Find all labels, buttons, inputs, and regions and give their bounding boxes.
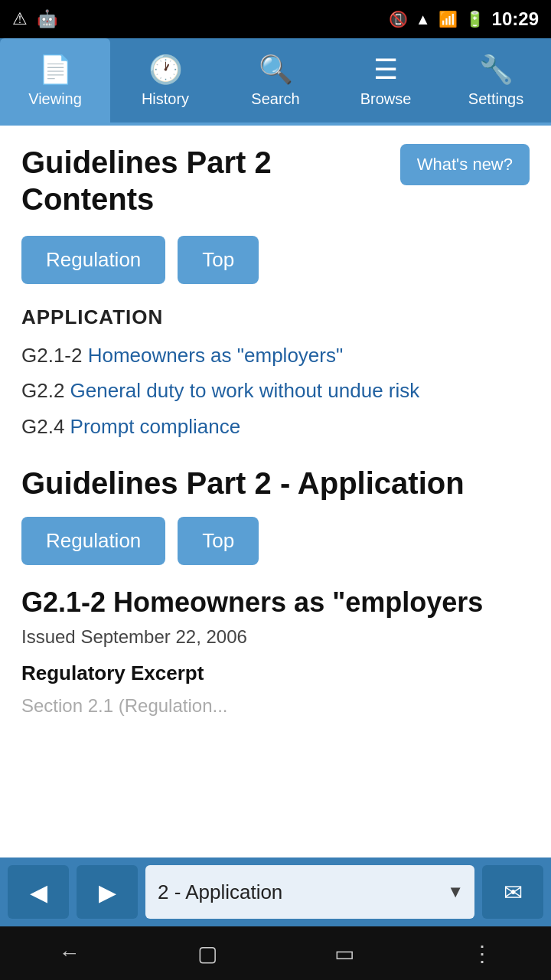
nav-viewing-label: Viewing <box>28 90 82 108</box>
article-title: G2.1-2 Homeowners as "employers <box>21 586 530 619</box>
phone-icon: 📵 <box>389 10 408 28</box>
nav-history[interactable]: 🕐 History <box>110 38 220 122</box>
overlay-text: Section 2.1 (Regulation... <box>21 693 530 719</box>
nav-viewing[interactable]: 📄 Viewing <box>0 38 110 122</box>
nav-bar: 📄 Viewing 🕐 History 🔍 Search ☰ Browse 🔧 … <box>0 38 551 122</box>
settings-icon: 🔧 <box>479 54 514 86</box>
toc-link-2[interactable]: General duty to work without undue risk <box>70 379 420 402</box>
android-home-button[interactable]: ▢ <box>197 941 217 966</box>
reg-excerpt-label: Regulatory Excerpt <box>21 662 530 685</box>
android-home-icon: ▢ <box>197 942 217 965</box>
page-title-text: Guidelines Part 2 Contents <box>21 144 388 217</box>
android-nav-bar: ← ▢ ▭ ⋮ <box>0 926 551 980</box>
history-icon: 🕐 <box>148 54 183 86</box>
toc-ref-1: G2.1-2 <box>21 344 88 367</box>
status-icons-left: ⚠ 🤖 <box>12 9 57 29</box>
nav-settings-label: Settings <box>468 90 523 108</box>
search-icon: 🔍 <box>259 54 293 86</box>
next-button[interactable]: ▶ <box>77 865 138 919</box>
second-btn-row: Regulation Top <box>21 517 530 565</box>
signal-icon: 📶 <box>439 10 458 28</box>
prev-button[interactable]: ◀ <box>8 865 69 919</box>
nav-history-label: History <box>142 90 189 108</box>
android-back-icon: ← <box>59 941 80 965</box>
status-bar: ⚠ 🤖 📵 ▲ 📶 🔋 10:29 <box>0 0 551 38</box>
wifi-icon: ▲ <box>416 11 431 28</box>
nav-settings[interactable]: 🔧 Settings <box>441 38 551 122</box>
nav-browse-label: Browse <box>360 90 412 108</box>
regulation-button-2[interactable]: Regulation <box>21 517 165 565</box>
toc-item-1: G2.1-2 Homeowners as "employers" <box>21 341 530 369</box>
status-icons-right: 📵 ▲ 📶 🔋 10:29 <box>389 8 539 30</box>
first-btn-row: Regulation Top <box>21 236 530 284</box>
prev-icon: ◀ <box>30 879 47 906</box>
issued-date: Issued September 22, 2006 <box>21 626 530 648</box>
battery-icon: 🔋 <box>465 10 484 28</box>
section-select-wrapper: 2 - Application 1 - Introduction 3 - Gen… <box>145 865 474 919</box>
android-menu-button[interactable]: ⋮ <box>471 941 493 966</box>
top-button-1[interactable]: Top <box>178 236 259 284</box>
browse-icon: ☰ <box>373 54 398 86</box>
android-icon: 🤖 <box>37 9 57 29</box>
android-back-button[interactable]: ← <box>59 941 80 965</box>
toc-ref-2: G2.2 <box>21 379 70 402</box>
toc-link-1[interactable]: Homeowners as "employers" <box>88 344 343 367</box>
next-icon: ▶ <box>99 879 116 906</box>
second-section-title: Guidelines Part 2 - Application <box>21 465 530 501</box>
top-button-2[interactable]: Top <box>178 517 259 565</box>
android-recent-button[interactable]: ▭ <box>334 941 354 966</box>
bottom-toolbar: ◀ ▶ 2 - Application 1 - Introduction 3 -… <box>0 858 551 926</box>
nav-browse[interactable]: ☰ Browse <box>331 38 441 122</box>
android-menu-icon: ⋮ <box>471 942 493 965</box>
toc-link-3[interactable]: Prompt compliance <box>70 415 241 438</box>
main-content: Guidelines Part 2 Contents What's new? R… <box>0 126 551 875</box>
mail-icon: ✉ <box>504 879 523 906</box>
toc-item-2: G2.2 General duty to work without undue … <box>21 377 530 404</box>
section-select[interactable]: 2 - Application 1 - Introduction 3 - Gen… <box>145 865 474 919</box>
nav-search-label: Search <box>251 90 299 108</box>
whats-new-button[interactable]: What's new? <box>400 144 530 185</box>
viewing-icon: 📄 <box>38 54 73 86</box>
toc-item-3: G2.4 Prompt compliance <box>21 413 530 440</box>
mail-button[interactable]: ✉ <box>482 865 543 919</box>
page-heading-row: Guidelines Part 2 Contents What's new? <box>21 144 530 217</box>
toc-ref-3: G2.4 <box>21 415 70 438</box>
warning-icon: ⚠ <box>12 9 28 29</box>
application-section-header: APPLICATION <box>21 305 530 329</box>
nav-search[interactable]: 🔍 Search <box>220 38 331 122</box>
toc-list: G2.1-2 Homeowners as "employers" G2.2 Ge… <box>21 341 530 440</box>
android-recent-icon: ▭ <box>334 942 354 965</box>
regulation-button-1[interactable]: Regulation <box>21 236 165 284</box>
time-display: 10:29 <box>492 8 539 30</box>
